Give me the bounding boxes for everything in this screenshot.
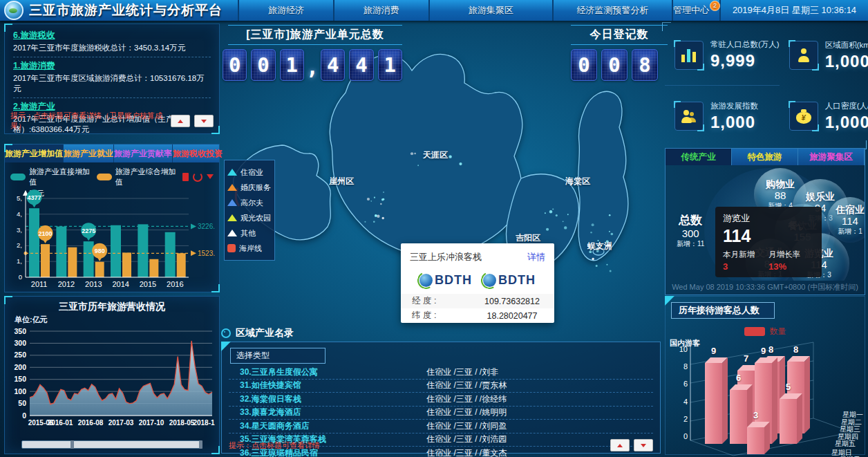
svg-text:200: 200 (14, 363, 26, 371)
main-nav: 旅游经济 旅游消费 旅游集聚区 经济监测预警分析 管理中心2 (238, 0, 719, 21)
nav-item[interactable]: 旅游经济 (238, 0, 333, 21)
summary-list: 6.旅游税收 2017年三亚市年度旅游税收总计：3450.3.14万元 1.旅游… (5, 24, 219, 155)
map-legend-item[interactable]: 高尔夫 (227, 195, 272, 210)
refresh-icon[interactable] (193, 172, 202, 182)
legend-label-direct: 旅游产业直接增加值 (29, 167, 93, 187)
district-label-tianya[interactable]: 天涯区 (423, 149, 448, 161)
stat-value: 9,999 (710, 51, 780, 71)
summary-hint: 提示：点击标题可查看详情（卫星账户核算成果） (10, 111, 171, 131)
chart-zoom-scrollbar[interactable] (21, 440, 202, 449)
industry-legend: 旅游产业直接增加值 旅游产业综合增加值 (5, 162, 219, 187)
map-legend-item[interactable]: 婚庆服务 (227, 180, 272, 195)
popup-coordinate-row: 纬 度 : 18.28020477 (401, 308, 554, 323)
svg-text:2014: 2014 (112, 280, 129, 288)
directory-title: 区域产业名录 (236, 327, 294, 339)
today-registered-title: 今日登记数 (571, 25, 668, 45)
scroll-up-button[interactable] (171, 115, 190, 127)
svg-text:2012: 2012 (58, 280, 75, 288)
stat-cell: 人口密度(人/km²) 1,000 (780, 86, 868, 147)
total-units-digits: 001,441 (223, 49, 402, 81)
stat-cell: 旅游发展指数 1,000 (665, 86, 780, 147)
district-label-haitang[interactable]: 海棠区 (565, 176, 590, 187)
industry-tab[interactable]: 旅游税收投资 (173, 144, 223, 162)
directory-row: 30.三亚帛生度假公寓 住宿业 /三亚 / /刘非 (229, 366, 653, 380)
directory-row-info: 住宿业 /三亚 / /姚明明 (426, 407, 653, 418)
directory-row-name[interactable]: 33.康喜龙海酒店 (229, 407, 426, 418)
summary-item-title[interactable]: 6.旅游税收 (13, 30, 211, 41)
map-legend-item[interactable]: 海岸线 (227, 241, 272, 256)
svg-text:250: 250 (14, 351, 26, 359)
stat-value: 1,000 (825, 113, 868, 132)
directory-row: 33.康喜龙海酒店 住宿业 /三亚 / /姚明明 (229, 407, 653, 420)
summary-item-title[interactable]: 1.旅游消费 (13, 60, 211, 72)
counter-digit: 8 (632, 49, 658, 81)
svg-text:2016: 2016 (167, 280, 183, 288)
stat-label: 人口密度(人/km²) (825, 101, 868, 111)
app-logo-icon (4, 1, 23, 20)
map-legend-marker-icon (227, 199, 237, 206)
district-label-wuzhizhou[interactable]: 蜈支洲 (587, 241, 612, 252)
type-filter-select[interactable]: 选择类型 (230, 348, 326, 364)
map-popup: 三亚上乐冲浪客栈 详情 BDTH BDTH 经 度 : 109.73632812… (401, 243, 554, 323)
industry-tab[interactable]: 旅游产业贡献率 (114, 144, 173, 162)
map-legend-item[interactable]: 其他 (227, 225, 272, 241)
district-label-yazhou[interactable]: 崖州区 (329, 176, 354, 187)
summary-item: 1.旅游消费 2017年三亚市年度区域旅游消费总计：10531676.18万元 (13, 57, 211, 98)
revenue-chart-title: 三亚市历年旅游营收情况 (5, 297, 219, 313)
bubble-tab[interactable]: 传统产业 (666, 149, 732, 165)
bar3d: 6 (730, 390, 747, 444)
map-legend-item[interactable]: 住宿业 (227, 165, 272, 180)
visitors-y-axis: 0246810 (675, 345, 688, 440)
bar3d: 5 (780, 399, 797, 444)
svg-text:3226.: 3226. (198, 223, 215, 230)
bubble-tab[interactable]: 特色旅游 (732, 149, 798, 165)
visitors-legend-swatch[interactable] (744, 327, 765, 336)
svg-text:1523.: 1523. (198, 250, 215, 257)
stats-panel: 常驻人口总数(万人) 9,999 区域面积(km²) 1,000 旅游发展指数 … (665, 25, 864, 147)
directory-row-name[interactable]: 30.三亚帛生度假公寓 (229, 366, 426, 378)
svg-text:150: 150 (14, 375, 26, 383)
scrollbar-end-cap[interactable] (199, 440, 202, 449)
summary-item: 6.旅游税收 2017年三亚市年度旅游税收总计：3450.3.14万元 (13, 27, 211, 57)
counter-digit: 4 (349, 49, 373, 81)
header: 三亚市旅游产业统计与分析平台 旅游经济 旅游消费 旅游集聚区 经济监测预警分析 (0, 0, 868, 21)
svg-text:2017-03: 2017-03 (108, 419, 134, 427)
total-units-title: [三亚市]旅游产业单元总数 (228, 25, 402, 45)
nav-item[interactable]: 管理中心2 (672, 0, 719, 21)
today-registered-counter: 今日登记数 008 (571, 25, 668, 81)
industry-chart-panel: 旅游产业增加值 旅游产业就业 旅游产业贡献率 旅游税收投资 旅游产业直接增加值 … (4, 144, 220, 292)
industry-bar-chart: 01,2,3,4,5,万元201120122013201420152016322… (5, 189, 218, 298)
scroll-up-button[interactable] (610, 439, 630, 451)
svg-text:50: 50 (18, 399, 26, 407)
popup-detail-link[interactable]: 详情 (527, 251, 545, 263)
scroll-down-button[interactable] (194, 115, 214, 127)
nav-item[interactable]: 经济监测预警分析 (552, 0, 672, 21)
industry-tab[interactable]: 旅游产业就业 (64, 144, 114, 162)
map-legend-marker-icon (227, 230, 237, 236)
svg-text:2017-10: 2017-10 (139, 419, 164, 427)
bubble-tab[interactable]: 旅游聚集区 (798, 149, 865, 165)
revenue-chart-unit: 单位:亿元 (15, 315, 48, 325)
nav-item[interactable]: 旅游消费 (333, 0, 428, 21)
revenue-chart-panel: 三亚市历年旅游营收情况 单位:亿元 0501001502002503003502… (4, 296, 220, 454)
directory-row-name[interactable]: 34.星天圆商务酒店 (229, 420, 426, 432)
map-legend-marker-icon (227, 169, 237, 176)
directory-row-name[interactable]: 31.如佳快捷宾馆 (229, 380, 426, 391)
stat-label: 常驻人口总数(万人) (710, 39, 780, 50)
scroll-down-button[interactable] (634, 439, 653, 451)
counter-digit: 0 (571, 49, 597, 81)
scrollbar-handle[interactable] (70, 440, 74, 449)
nav-item[interactable]: 旅游集聚区 (428, 0, 552, 21)
industry-tab[interactable]: 旅游产业增加值 (5, 144, 64, 162)
counter-digit: 0 (223, 49, 247, 81)
export-file-icon[interactable] (182, 173, 189, 181)
svg-text:1,: 1, (17, 257, 22, 265)
map-legend-item[interactable]: 观光农园 (227, 210, 272, 225)
map-legend: 住宿业 婚庆服务 高尔夫 观光农园 其他 (224, 160, 275, 261)
globe-icon (483, 274, 496, 287)
svg-text:980: 980 (95, 248, 105, 254)
section-bullet-icon (221, 328, 231, 338)
directory-row-name[interactable]: 32.海棠假日客栈 (229, 393, 426, 405)
district-label-jiyang[interactable]: 吉阳区 (516, 232, 540, 244)
download-icon[interactable] (207, 174, 214, 183)
